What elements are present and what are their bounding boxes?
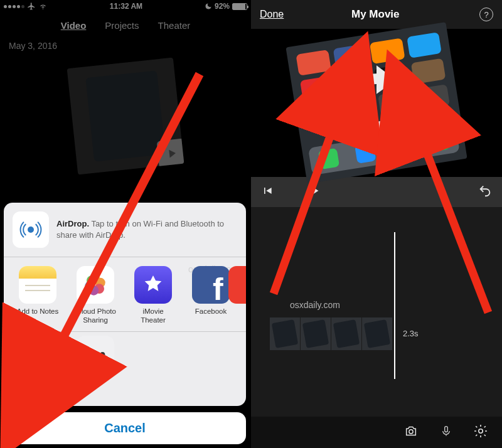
editor-header: Done My Movie ?	[251, 0, 502, 29]
transport-bar	[251, 177, 502, 207]
project-title: My Movie	[351, 8, 400, 21]
facebook-icon: f	[192, 266, 230, 304]
settings-gear-icon[interactable]	[473, 424, 488, 441]
film-clip-icon	[19, 336, 56, 373]
share-row-next-app[interactable]	[228, 266, 246, 304]
svg-text:f: f	[213, 272, 223, 304]
share-icloud-photo-sharing[interactable]: iCloud PhotoSharing	[67, 266, 124, 326]
share-imovie-theater[interactable]: iMovieTheater	[124, 266, 182, 326]
airdrop-icon[interactable]	[13, 211, 49, 248]
share-sheet-screen: 11:32 AM 92% Video Projects Theater May …	[0, 0, 251, 448]
share-add-to-notes[interactable]: Add to Notes	[9, 266, 67, 326]
done-button[interactable]: Done	[260, 9, 284, 20]
share-row-1[interactable]: Add to Notes iCloud PhotoSharing	[4, 257, 246, 331]
help-icon[interactable]: ?	[479, 8, 493, 21]
timeline[interactable]: osxdaily.com 2.3s	[251, 207, 502, 417]
svg-point-0	[28, 227, 34, 233]
share-row-2[interactable]: Create Movie ••• More	[4, 332, 246, 406]
camera-icon[interactable]	[403, 424, 419, 440]
bottom-toolbar	[251, 417, 502, 448]
playhead[interactable]	[394, 232, 395, 379]
airdrop-hint: AirDrop. Tap to turn on Wi-Fi and Blueto…	[56, 218, 232, 240]
watermark: osxdaily.com	[290, 300, 340, 310]
play-button[interactable]	[307, 184, 321, 200]
skip-back-button[interactable]	[261, 184, 274, 200]
more-dots-icon: •••	[77, 336, 114, 373]
svg-rect-11	[445, 427, 448, 432]
microphone-icon[interactable]	[441, 424, 452, 441]
share-create-movie[interactable]: Create Movie	[9, 336, 67, 396]
share-sheet: AirDrop. Tap to turn on Wi-Fi and Blueto…	[4, 203, 246, 444]
clip-duration: 2.3s	[403, 329, 419, 338]
svg-point-6	[87, 275, 97, 285]
rotate-clockwise-icon[interactable]	[251, 29, 502, 177]
timeline-clip[interactable]	[270, 317, 392, 350]
notes-icon	[19, 266, 56, 304]
svg-point-12	[479, 429, 483, 433]
svg-point-10	[409, 430, 413, 434]
cancel-button[interactable]: Cancel	[4, 412, 246, 444]
undo-button[interactable]	[478, 184, 492, 200]
preview-monitor[interactable]	[251, 29, 502, 177]
share-more[interactable]: ••• More	[67, 336, 124, 396]
imovie-editor-screen: Done My Movie ?	[251, 0, 502, 448]
imovie-icon	[134, 266, 172, 304]
photos-icon	[77, 266, 114, 304]
